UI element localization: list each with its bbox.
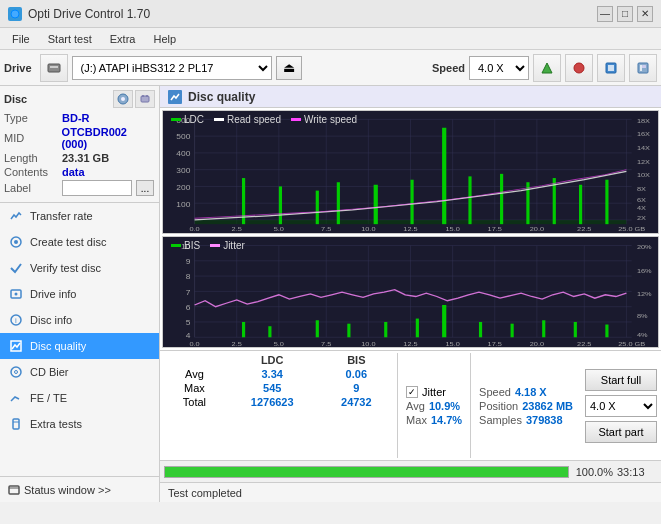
stats-table: LDC BIS Avg 3.34 0.06 Max	[160, 351, 397, 460]
speed-position-section: Speed 4.18 X Position 23862 MB Samples 3…	[471, 351, 581, 460]
status-text: Test completed	[168, 487, 242, 499]
svg-rect-120	[242, 322, 245, 337]
disc-quality-icon	[8, 338, 24, 354]
disc-panel-title: Disc	[4, 93, 27, 105]
toolbar-btn-2[interactable]	[565, 54, 593, 82]
sidebar-item-transfer-rate[interactable]: Transfer rate	[0, 203, 159, 229]
length-label: Length	[4, 152, 58, 164]
svg-text:14X: 14X	[637, 145, 651, 151]
bis-legend-label: BIS	[184, 240, 200, 251]
toolbar-btn-4[interactable]	[629, 54, 657, 82]
read-speed-legend-dot	[214, 118, 224, 121]
svg-text:25.0 GB: 25.0 GB	[618, 226, 646, 232]
sidebar-item-disc-quality[interactable]: Disc quality	[0, 333, 159, 359]
drive-info-icon	[8, 286, 24, 302]
svg-point-0	[11, 10, 19, 18]
svg-rect-71	[442, 128, 446, 224]
svg-text:5: 5	[186, 318, 191, 326]
samples-value: 379838	[526, 414, 563, 426]
stats-max-bis: 9	[320, 381, 394, 395]
speed-stat-value: 4.18 X	[515, 386, 547, 398]
svg-text:22.5: 22.5	[577, 226, 592, 232]
progress-bar-area: 100.0% 33:13	[160, 460, 661, 482]
sidebar-item-fe-te[interactable]: FE / TE	[0, 385, 159, 411]
sidebar-item-verify-test-disc[interactable]: Verify test disc	[0, 255, 159, 281]
svg-text:12X: 12X	[637, 159, 651, 165]
svg-rect-76	[579, 185, 582, 224]
menu-extra[interactable]: Extra	[102, 31, 144, 47]
menu-help[interactable]: Help	[145, 31, 184, 47]
disc-icon-btn-2[interactable]	[135, 90, 155, 108]
stats-col-bis: BIS	[320, 353, 394, 367]
sidebar-item-create-test-disc[interactable]: Create test disc	[0, 229, 159, 255]
svg-text:17.5: 17.5	[488, 340, 503, 346]
chart-ldc: LDC Read speed Write speed	[162, 110, 659, 234]
toolbar: Drive (J:) ATAPI iHBS312 2 PL17 ⏏ Speed …	[0, 50, 661, 86]
menu-start-test[interactable]: Start test	[40, 31, 100, 47]
nav-label-extra-tests: Extra tests	[30, 418, 82, 430]
toolbar-btn-1[interactable]	[533, 54, 561, 82]
charts-area: LDC Read speed Write speed	[160, 108, 661, 350]
nav-label-create-test-disc: Create test disc	[30, 236, 106, 248]
start-full-btn[interactable]: Start full	[585, 369, 657, 391]
svg-rect-11	[642, 65, 646, 68]
menu-file[interactable]: File	[4, 31, 38, 47]
start-part-btn[interactable]: Start part	[585, 421, 657, 443]
svg-rect-68	[337, 182, 340, 224]
svg-text:6: 6	[186, 303, 191, 311]
disc-quality-title: Disc quality	[188, 90, 255, 104]
maximize-btn[interactable]: □	[617, 6, 633, 22]
window-controls: — □ ✕	[597, 6, 653, 22]
label-input[interactable]	[62, 180, 132, 196]
svg-text:0.0: 0.0	[189, 340, 200, 346]
stats-col-ldc: LDC	[225, 353, 320, 367]
status-window-label: Status window >>	[24, 484, 111, 496]
create-test-disc-icon	[8, 234, 24, 250]
svg-text:20.0: 20.0	[530, 226, 545, 232]
fe-te-icon	[8, 390, 24, 406]
toolbar-btn-3[interactable]	[597, 54, 625, 82]
sidebar-item-disc-info[interactable]: i Disc info	[0, 307, 159, 333]
nav-label-disc-quality: Disc quality	[30, 340, 86, 352]
type-label: Type	[4, 112, 58, 124]
progress-fill	[165, 467, 568, 477]
svg-text:8%: 8%	[637, 312, 648, 318]
speed-label: Speed	[432, 62, 465, 74]
jitter-legend-dot	[210, 244, 220, 247]
speed-select[interactable]: 4.0 X	[469, 56, 529, 80]
stats-area: LDC BIS Avg 3.34 0.06 Max	[160, 350, 661, 460]
minimize-btn[interactable]: —	[597, 6, 613, 22]
jitter-section: ✓ Jitter Avg 10.9% Max 14.7%	[398, 351, 470, 460]
close-btn[interactable]: ✕	[637, 6, 653, 22]
sidebar-item-extra-tests[interactable]: Extra tests	[0, 411, 159, 437]
svg-rect-66	[279, 186, 282, 224]
sidebar-item-drive-info[interactable]: Drive info	[0, 281, 159, 307]
sidebar-item-cd-bier[interactable]: CD Bier	[0, 359, 159, 385]
transfer-rate-icon	[8, 208, 24, 224]
svg-text:12%: 12%	[637, 291, 652, 297]
svg-rect-122	[316, 320, 319, 337]
svg-text:500: 500	[176, 133, 190, 141]
ldc-legend-dot	[171, 118, 181, 121]
position-label: Position	[479, 400, 518, 412]
nav-label-fe-te: FE / TE	[30, 392, 67, 404]
jitter-checkbox[interactable]: ✓	[406, 386, 418, 398]
svg-text:16%: 16%	[637, 267, 652, 273]
svg-rect-123	[347, 323, 350, 337]
stats-speed-select[interactable]: 4.0 X	[585, 395, 657, 417]
svg-point-25	[15, 371, 18, 374]
chart-ldc-svg: 600 500 400 300 200 100 18X 16X 14X 12X …	[163, 111, 658, 233]
status-window-btn[interactable]: Status window >>	[0, 476, 159, 502]
disc-icon-btn-1[interactable]	[113, 90, 133, 108]
svg-rect-131	[605, 324, 608, 337]
svg-text:6X: 6X	[637, 196, 647, 202]
drive-select[interactable]: (J:) ATAPI iHBS312 2 PL17	[72, 56, 272, 80]
svg-text:0.0: 0.0	[189, 226, 200, 232]
svg-text:17.5: 17.5	[488, 226, 503, 232]
stats-avg-label: Avg	[164, 367, 225, 381]
length-value: 23.31 GB	[62, 152, 109, 164]
svg-text:18X: 18X	[637, 117, 651, 123]
label-browse-btn[interactable]: ...	[136, 180, 154, 196]
svg-rect-26	[13, 419, 19, 429]
eject-btn[interactable]: ⏏	[276, 56, 302, 80]
